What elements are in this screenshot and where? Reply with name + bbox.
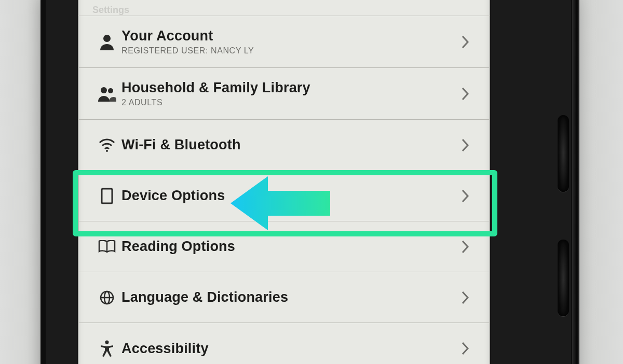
page-turn-button-bottom[interactable] <box>558 240 569 316</box>
svg-point-7 <box>105 341 109 344</box>
row-subtitle: REGISTERED USER: NANCY LY <box>121 46 455 55</box>
chevron-right-icon <box>455 35 476 49</box>
row-subtitle: 2 ADULTS <box>121 98 455 107</box>
chevron-right-icon <box>455 240 476 254</box>
settings-item-language-dictionaries[interactable]: Language & Dictionaries <box>78 272 490 323</box>
book-icon <box>92 240 121 254</box>
settings-item-household[interactable]: Household & Family Library 2 ADULTS <box>78 68 490 120</box>
people-icon <box>92 86 121 102</box>
row-title: Reading Options <box>121 239 455 255</box>
settings-header: Settings <box>78 0 490 16</box>
page-turn-button-top[interactable] <box>558 115 569 192</box>
row-title: Your Account <box>121 28 455 44</box>
person-icon <box>92 34 121 50</box>
ereader-screen: Settings Your Account REGISTERED USER: N… <box>78 0 490 364</box>
chevron-right-icon <box>455 138 476 152</box>
accessibility-icon <box>92 340 121 357</box>
row-title: Language & Dictionaries <box>121 289 455 305</box>
chevron-right-icon <box>455 189 476 203</box>
settings-item-wifi-bluetooth[interactable]: Wi-Fi & Bluetooth <box>78 120 490 171</box>
chevron-right-icon <box>455 290 476 305</box>
chevron-right-icon <box>455 341 476 356</box>
row-title: Device Options <box>121 188 455 204</box>
svg-rect-4 <box>102 189 112 203</box>
row-title: Household & Family Library <box>121 80 455 96</box>
breadcrumb: Settings <box>92 5 129 16</box>
settings-item-accessibility[interactable]: Accessibility <box>78 323 490 364</box>
wifi-icon <box>92 138 121 152</box>
chevron-right-icon <box>455 87 476 101</box>
globe-icon <box>92 290 121 305</box>
settings-item-device-options[interactable]: Device Options <box>78 171 490 221</box>
svg-point-3 <box>106 150 108 152</box>
tablet-icon <box>92 188 121 204</box>
row-title: Wi-Fi & Bluetooth <box>121 137 455 153</box>
svg-point-2 <box>108 88 113 93</box>
svg-point-0 <box>103 35 111 42</box>
svg-point-1 <box>101 87 107 93</box>
settings-item-your-account[interactable]: Your Account REGISTERED USER: NANCY LY <box>78 16 490 68</box>
settings-item-reading-options[interactable]: Reading Options <box>78 221 490 272</box>
row-title: Accessibility <box>121 341 455 357</box>
